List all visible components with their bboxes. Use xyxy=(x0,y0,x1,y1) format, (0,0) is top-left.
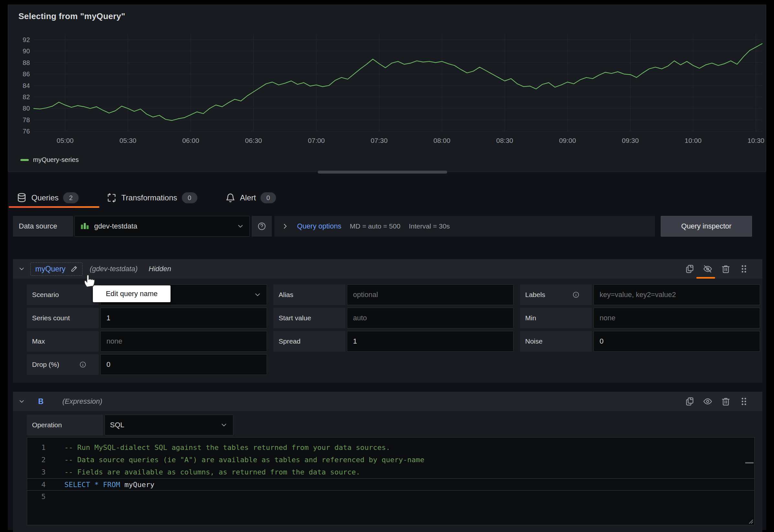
editor-resize-handle[interactable] xyxy=(747,517,754,524)
svg-text:08:00: 08:00 xyxy=(434,137,450,144)
chevron-down-icon[interactable] xyxy=(18,398,25,405)
chevron-down-icon xyxy=(220,421,228,429)
labels-input[interactable] xyxy=(599,290,755,299)
spread-input[interactable] xyxy=(352,337,508,346)
field-label: Drop (%) xyxy=(27,354,99,375)
svg-text:80: 80 xyxy=(23,105,30,112)
edit-query-name-tooltip: Edit query name xyxy=(93,285,170,302)
operation-select[interactable]: SQL xyxy=(104,415,233,435)
drag-handle-icon[interactable] xyxy=(739,397,749,406)
editor-content: 76788082848688909205:0005:3006:0006:3007… xyxy=(8,5,766,530)
expression-name[interactable]: B xyxy=(38,397,44,406)
tab-alert[interactable]: Alert 0 xyxy=(222,192,279,203)
eye-slash-icon[interactable] xyxy=(703,264,713,274)
trash-icon[interactable] xyxy=(721,264,731,274)
expression-type: (Expression) xyxy=(62,397,102,406)
svg-text:09:00: 09:00 xyxy=(559,137,576,144)
series-count-input[interactable] xyxy=(106,314,262,323)
svg-text:88: 88 xyxy=(23,59,30,66)
code-text: -- Fields are available as columns, as r… xyxy=(46,466,360,478)
query-options-label: Query options xyxy=(297,222,341,230)
field-spread: Spread xyxy=(274,331,513,352)
query-name-edit[interactable]: myQuery xyxy=(30,262,82,276)
chevron-down-icon[interactable] xyxy=(18,265,25,272)
duplicate-query-icon[interactable] xyxy=(685,264,694,274)
code-text xyxy=(46,491,64,503)
code-line[interactable]: 4SELECT * FROM myQuery xyxy=(27,478,754,491)
alias-input[interactable] xyxy=(352,290,508,299)
pencil-icon xyxy=(70,265,78,272)
svg-text:76: 76 xyxy=(23,128,30,135)
minimap-indicator[interactable] xyxy=(745,462,754,463)
code-text: -- Run MySQL-dialect SQL against the tab… xyxy=(46,442,390,454)
svg-text:05:00: 05:00 xyxy=(57,137,73,144)
chevron-right-icon xyxy=(282,223,289,230)
database-icon xyxy=(16,193,27,203)
code-line[interactable]: 3-- Fields are available as columns, as … xyxy=(27,466,754,478)
code-line[interactable]: 2-- Data source queries (ie "A") are ava… xyxy=(27,454,754,466)
tab-queries[interactable]: Queries 2 xyxy=(13,192,82,203)
tab-label: Queries xyxy=(31,193,59,202)
field-alias: Alias xyxy=(274,284,513,305)
timeseries-chart: 76788082848688909205:0005:3006:0006:3007… xyxy=(8,5,766,172)
svg-text:08:30: 08:30 xyxy=(496,137,513,144)
tab-bar: Queries 2 Transformations 0 Alert 0 xyxy=(13,187,279,208)
min-input[interactable] xyxy=(599,314,755,323)
field-label: Min xyxy=(520,308,592,328)
duplicate-query-icon[interactable] xyxy=(685,397,694,406)
eye-icon[interactable] xyxy=(703,397,713,406)
start-value-input[interactable] xyxy=(352,314,508,323)
code-lines: 1-- Run MySQL-dialect SQL against the ta… xyxy=(27,438,754,503)
tab-count-badge: 2 xyxy=(63,192,79,203)
field-drop: Drop (%) xyxy=(27,354,267,375)
line-number: 2 xyxy=(27,454,46,466)
sql-code-editor[interactable]: 1-- Run MySQL-dialect SQL against the ta… xyxy=(27,437,755,525)
query-row-header[interactable]: myQuery (gdev-testdata) Hidden xyxy=(13,259,762,279)
query-row-expression-b: B (Expression) Operation SQL xyxy=(13,392,762,532)
code-line[interactable]: 1-- Run MySQL-dialect SQL against the ta… xyxy=(27,442,754,454)
code-line[interactable]: 5 xyxy=(27,491,754,503)
hidden-query-indicator xyxy=(696,277,715,279)
tab-label: Transformations xyxy=(121,193,177,202)
query-options-md: MD = auto = 500 xyxy=(350,222,400,230)
tab-count-badge: 0 xyxy=(182,192,198,203)
svg-text:06:00: 06:00 xyxy=(182,137,199,144)
query-options-header[interactable]: Query options MD = auto = 500 Interval =… xyxy=(274,216,655,237)
drop-percent-input[interactable] xyxy=(106,360,262,369)
max-input[interactable] xyxy=(106,337,262,346)
datasource-picker[interactable]: gdev-testdata xyxy=(74,216,250,237)
query-inspector-button[interactable]: Query inspector xyxy=(661,216,752,237)
panel-resize-handle[interactable] xyxy=(318,171,447,174)
line-number: 1 xyxy=(27,442,46,454)
legend-item[interactable]: myQuery-series xyxy=(20,156,79,164)
timeseries-panel: 76788082848688909205:0005:3006:0006:3007… xyxy=(8,5,766,172)
svg-text:90: 90 xyxy=(23,48,30,55)
query-options-interval: Interval = 30s xyxy=(409,222,450,230)
line-number: 5 xyxy=(27,491,46,503)
tab-label: Alert xyxy=(240,193,256,202)
svg-text:10:00: 10:00 xyxy=(685,137,702,144)
svg-text:92: 92 xyxy=(23,36,30,43)
active-tab-indicator xyxy=(9,206,99,208)
trash-icon[interactable] xyxy=(721,397,731,406)
code-text: SELECT * FROM myQuery xyxy=(46,479,154,490)
noise-input[interactable] xyxy=(599,337,755,346)
query-row-header[interactable]: B (Expression) xyxy=(13,392,762,411)
field-label: Labels xyxy=(520,284,592,305)
testdata-datasource-icon xyxy=(80,221,90,231)
svg-text:84: 84 xyxy=(23,82,30,89)
line-number: 3 xyxy=(27,466,46,478)
line-number: 4 xyxy=(27,479,46,490)
drag-handle-icon[interactable] xyxy=(739,264,749,274)
tab-transformations[interactable]: Transformations 0 xyxy=(103,192,201,203)
legend-swatch xyxy=(20,159,29,161)
datasource-help-button[interactable] xyxy=(252,216,272,237)
query-actions xyxy=(685,392,749,411)
field-labels: Labels xyxy=(520,284,760,305)
field-noise: Noise xyxy=(520,331,760,352)
bell-icon xyxy=(225,193,236,203)
field-max: Max xyxy=(27,331,267,352)
grafana-panel-edit: { "panel": { "title": "Selecting from \"… xyxy=(0,0,774,532)
query-row-myquery: myQuery (gdev-testdata) Hidden xyxy=(13,259,762,383)
info-circle-icon xyxy=(79,361,86,368)
